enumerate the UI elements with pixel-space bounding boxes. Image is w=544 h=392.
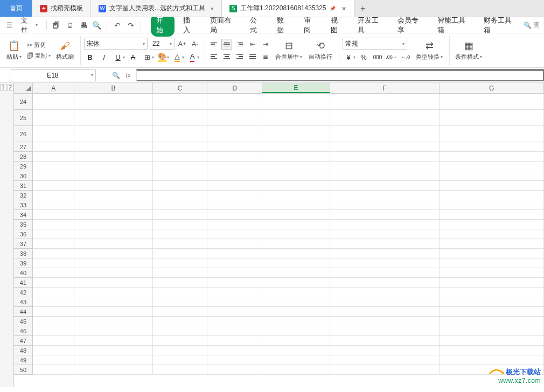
cell[interactable] [440, 94, 544, 110]
cell[interactable] [207, 346, 262, 355]
align-right-button[interactable] [234, 51, 245, 62]
cell[interactable] [440, 317, 544, 326]
cell[interactable] [330, 355, 440, 365]
cell[interactable] [153, 162, 208, 171]
cell[interactable] [330, 365, 440, 375]
cell[interactable] [440, 278, 544, 288]
cell[interactable] [33, 278, 74, 288]
cell[interactable] [33, 171, 74, 181]
cell[interactable] [440, 346, 544, 355]
decimal-increase-button[interactable]: .00→ [386, 51, 397, 63]
ribbon-tab-view[interactable]: 视图 [325, 14, 349, 37]
cell[interactable] [207, 355, 262, 365]
cell[interactable] [330, 288, 440, 297]
cell[interactable] [207, 142, 262, 152]
chevron-down-icon[interactable]: ▾ [91, 73, 93, 78]
cell[interactable] [440, 355, 544, 365]
cell[interactable] [262, 181, 330, 191]
cell[interactable] [33, 229, 74, 239]
cell[interactable] [262, 171, 330, 181]
cell[interactable] [74, 365, 152, 375]
cell[interactable] [153, 326, 208, 336]
percent-button[interactable]: % [358, 51, 369, 63]
cell[interactable] [330, 94, 440, 110]
cell[interactable] [330, 191, 440, 200]
fx-icon[interactable]: fx [125, 71, 131, 79]
name-box-input[interactable] [10, 72, 95, 79]
cell[interactable] [153, 239, 208, 249]
cell[interactable] [440, 191, 544, 200]
cell[interactable] [262, 239, 330, 249]
ribbon-tab-dev[interactable]: 开发工具 [352, 14, 389, 37]
cell[interactable] [207, 317, 262, 326]
cell[interactable] [262, 326, 330, 336]
decimal-decrease-button[interactable]: ←.0 [400, 51, 412, 63]
cell[interactable] [330, 162, 440, 171]
select-all-corner[interactable] [14, 83, 33, 93]
font-size-select[interactable]: 22▾ [150, 38, 175, 50]
align-bottom-button[interactable] [234, 39, 245, 50]
align-top-button[interactable] [208, 39, 219, 50]
cell[interactable] [262, 336, 330, 346]
ribbon-tab-start[interactable]: 开始 [151, 14, 175, 37]
cell[interactable] [74, 229, 152, 239]
preview-icon[interactable]: 🔍 [91, 19, 102, 31]
align-center-button[interactable] [221, 51, 232, 62]
cell[interactable] [74, 171, 152, 181]
cell[interactable] [207, 239, 262, 249]
cell[interactable] [440, 249, 544, 258]
cell[interactable] [262, 278, 330, 288]
cell[interactable] [153, 94, 208, 110]
cell[interactable] [153, 278, 208, 288]
cell[interactable] [207, 307, 262, 317]
row-header[interactable]: 28 [14, 152, 33, 162]
undo-icon[interactable]: ↶ [111, 19, 123, 31]
cell[interactable] [74, 326, 152, 336]
cell[interactable] [153, 307, 208, 317]
cell[interactable] [330, 326, 440, 336]
column-header-D[interactable]: D [207, 83, 262, 93]
cell[interactable] [74, 191, 152, 200]
font-increase-button[interactable]: A+ [177, 38, 187, 49]
file-menu[interactable]: 文件▾ [17, 16, 41, 34]
cell[interactable] [440, 220, 544, 229]
cell[interactable] [207, 210, 262, 220]
cell[interactable] [153, 171, 208, 181]
row-header[interactable]: 42 [14, 288, 33, 297]
cell[interactable] [330, 126, 440, 142]
merge-center-button[interactable]: ⊟ 合并居中▾ [273, 39, 304, 62]
cell[interactable] [153, 152, 208, 162]
cell[interactable] [262, 210, 330, 220]
cell[interactable] [74, 126, 152, 142]
cell[interactable] [153, 249, 208, 258]
doc-tab-3[interactable]: S 工作簿1.20220816081435325 📌 × [222, 0, 354, 17]
cell[interactable] [262, 355, 330, 365]
cell[interactable] [440, 336, 544, 346]
cell[interactable] [207, 126, 262, 142]
wrap-text-button[interactable]: ⟲ 自动换行 [306, 39, 334, 62]
cell[interactable] [330, 171, 440, 181]
save-icon[interactable]: 🗐 [51, 19, 62, 31]
cell[interactable] [330, 229, 440, 239]
cell[interactable] [74, 239, 152, 249]
column-header-G[interactable]: G [440, 83, 544, 93]
column-header-A[interactable]: A [33, 83, 74, 93]
cell[interactable] [153, 210, 208, 220]
cell[interactable] [74, 355, 152, 365]
column-header-B[interactable]: B [74, 83, 152, 93]
hamburger-icon[interactable]: ☰ [4, 20, 15, 31]
cell[interactable] [262, 249, 330, 258]
cell[interactable] [262, 162, 330, 171]
cell[interactable] [262, 142, 330, 152]
cell[interactable] [153, 142, 208, 152]
type-convert-button[interactable]: ⇄ 类型转换▾ [414, 39, 445, 62]
cell[interactable] [74, 152, 152, 162]
ribbon-tab-layout[interactable]: 页面布局 [205, 14, 241, 37]
paste-button[interactable]: 📋 粘贴▾ [4, 39, 24, 62]
formula-input[interactable] [136, 69, 544, 81]
cell[interactable] [33, 297, 74, 307]
search-box[interactable]: 🔍 查 [524, 20, 540, 30]
cell[interactable] [207, 288, 262, 297]
column-header-F[interactable]: F [330, 83, 440, 93]
row-header[interactable]: 33 [14, 200, 33, 210]
